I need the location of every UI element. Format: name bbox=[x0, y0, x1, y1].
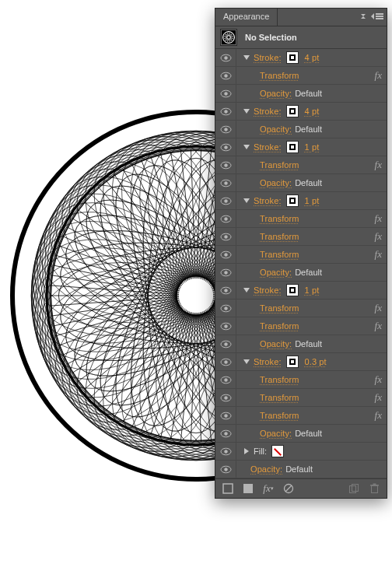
stroke_header-row[interactable]: Stroke:1 pt bbox=[215, 192, 387, 210]
visibility-toggle[interactable] bbox=[215, 246, 236, 263]
visibility-toggle[interactable] bbox=[215, 103, 236, 120]
child-row[interactable]: Opacity:Default bbox=[215, 174, 387, 192]
fx-indicator-icon[interactable]: fx bbox=[375, 248, 382, 261]
panel-menu-button[interactable] bbox=[371, 11, 383, 22]
child-row[interactable]: Opacity:Default bbox=[215, 85, 387, 103]
visibility-toggle[interactable] bbox=[215, 389, 236, 406]
root_child-row[interactable]: Opacity:Default bbox=[215, 461, 387, 478]
visibility-toggle[interactable] bbox=[215, 67, 236, 84]
visibility-toggle[interactable] bbox=[215, 282, 236, 299]
visibility-toggle[interactable] bbox=[215, 210, 236, 227]
disclosure-triangle[interactable] bbox=[243, 448, 250, 454]
fx-indicator-icon[interactable]: fx bbox=[375, 391, 382, 404]
opacity-label[interactable]: Opacity: bbox=[260, 339, 292, 349]
transform-effect-label[interactable]: Transform bbox=[260, 321, 299, 331]
stroke-color-swatch[interactable] bbox=[286, 356, 299, 368]
visibility-toggle[interactable] bbox=[215, 228, 236, 245]
stroke-color-swatch[interactable] bbox=[286, 51, 299, 64]
child-row[interactable]: Transformfx bbox=[215, 371, 387, 389]
visibility-toggle[interactable] bbox=[215, 461, 236, 478]
disclosure-triangle[interactable] bbox=[243, 287, 250, 293]
duplicate-item-button[interactable] bbox=[348, 482, 360, 495]
transform-effect-label[interactable]: Transform bbox=[260, 250, 299, 259]
stroke-label[interactable]: Stroke: bbox=[254, 53, 282, 62]
fill-color-swatch[interactable] bbox=[271, 445, 284, 457]
opacity-label[interactable]: Opacity: bbox=[260, 124, 292, 134]
stroke-color-swatch[interactable] bbox=[286, 141, 299, 153]
stroke_header-row[interactable]: Stroke:4 pt bbox=[215, 49, 387, 67]
disclosure-triangle[interactable] bbox=[243, 359, 250, 365]
child-row[interactable]: Transformfx bbox=[215, 210, 387, 228]
visibility-toggle[interactable] bbox=[215, 264, 236, 281]
transform-effect-label[interactable]: Transform bbox=[260, 232, 299, 241]
child-row[interactable]: Transformfx bbox=[215, 228, 387, 246]
panel-collapse-button[interactable] bbox=[359, 12, 368, 21]
stroke-label[interactable]: Stroke: bbox=[254, 357, 282, 366]
fx-indicator-icon[interactable]: fx bbox=[375, 320, 382, 332]
transform-effect-label[interactable]: Transform bbox=[260, 303, 299, 313]
stroke-color-swatch[interactable] bbox=[286, 284, 299, 296]
stroke-weight[interactable]: 1 pt bbox=[305, 196, 320, 205]
stroke-color-swatch[interactable] bbox=[286, 194, 299, 207]
child-row[interactable]: Opacity:Default bbox=[215, 335, 387, 353]
fx-indicator-icon[interactable]: fx bbox=[375, 69, 382, 82]
child-row[interactable]: Transformfx bbox=[215, 407, 387, 425]
visibility-toggle[interactable] bbox=[215, 192, 236, 209]
disclosure-triangle[interactable] bbox=[243, 108, 250, 114]
visibility-toggle[interactable] bbox=[215, 443, 236, 460]
stroke-label[interactable]: Stroke: bbox=[254, 107, 282, 116]
child-row[interactable]: Opacity:Default bbox=[215, 425, 387, 443]
stroke-label[interactable]: Stroke: bbox=[254, 286, 282, 295]
new-stroke-button[interactable] bbox=[222, 482, 234, 495]
stroke_header-row[interactable]: Stroke:4 pt bbox=[215, 103, 387, 121]
transform-effect-label[interactable]: Transform bbox=[260, 160, 299, 170]
visibility-toggle[interactable] bbox=[215, 85, 236, 102]
add-effect-button[interactable]: fx▾ bbox=[262, 482, 275, 495]
opacity-label[interactable]: Opacity: bbox=[260, 268, 292, 277]
transform-effect-label[interactable]: Transform bbox=[260, 411, 299, 420]
stroke-label[interactable]: Stroke: bbox=[254, 196, 282, 205]
stroke-weight[interactable]: 1 pt bbox=[305, 142, 320, 152]
opacity-label[interactable]: Opacity: bbox=[260, 429, 292, 438]
new-fill-button[interactable] bbox=[242, 482, 254, 495]
child-row[interactable]: Opacity:Default bbox=[215, 264, 387, 282]
visibility-toggle[interactable] bbox=[215, 174, 236, 191]
disclosure-triangle[interactable] bbox=[243, 198, 250, 204]
opacity-label[interactable]: Opacity: bbox=[250, 464, 282, 474]
transform-effect-label[interactable]: Transform bbox=[260, 71, 299, 80]
clear-appearance-button[interactable] bbox=[282, 482, 295, 495]
delete-item-button[interactable] bbox=[368, 482, 380, 495]
child-row[interactable]: Transformfx bbox=[215, 67, 387, 85]
transform-effect-label[interactable]: Transform bbox=[260, 393, 299, 402]
child-row[interactable]: Transformfx bbox=[215, 317, 387, 335]
stroke_header-row[interactable]: Stroke:1 pt bbox=[215, 282, 387, 300]
fx-indicator-icon[interactable]: fx bbox=[375, 409, 382, 422]
visibility-toggle[interactable] bbox=[215, 300, 236, 317]
visibility-toggle[interactable] bbox=[215, 353, 236, 370]
stroke_header-row[interactable]: Stroke:0.3 pt bbox=[215, 353, 387, 371]
fill_header-row[interactable]: Fill: bbox=[215, 443, 387, 461]
panel-tab-appearance[interactable]: Appearance bbox=[215, 9, 278, 26]
visibility-toggle[interactable] bbox=[215, 335, 236, 352]
visibility-toggle[interactable] bbox=[215, 407, 236, 424]
visibility-toggle[interactable] bbox=[215, 317, 236, 335]
visibility-toggle[interactable] bbox=[215, 121, 236, 138]
stroke_header-row[interactable]: Stroke:1 pt bbox=[215, 138, 387, 156]
stroke-label[interactable]: Stroke: bbox=[254, 142, 282, 152]
fx-indicator-icon[interactable]: fx bbox=[375, 302, 382, 314]
disclosure-triangle[interactable] bbox=[243, 144, 250, 150]
opacity-label[interactable]: Opacity: bbox=[260, 89, 292, 98]
visibility-toggle[interactable] bbox=[215, 371, 236, 388]
stroke-weight[interactable]: 1 pt bbox=[305, 286, 320, 295]
opacity-label[interactable]: Opacity: bbox=[260, 178, 292, 187]
selection-thumbnail[interactable] bbox=[220, 29, 237, 46]
visibility-toggle[interactable] bbox=[215, 156, 236, 173]
child-row[interactable]: Opacity:Default bbox=[215, 121, 387, 138]
fx-indicator-icon[interactable]: fx bbox=[375, 212, 382, 225]
child-row[interactable]: Transformfx bbox=[215, 246, 387, 264]
disclosure-triangle[interactable] bbox=[243, 54, 250, 61]
transform-effect-label[interactable]: Transform bbox=[260, 214, 299, 223]
stroke-weight[interactable]: 0.3 pt bbox=[305, 357, 327, 366]
stroke-weight[interactable]: 4 pt bbox=[305, 53, 320, 62]
fx-indicator-icon[interactable]: fx bbox=[375, 230, 382, 243]
